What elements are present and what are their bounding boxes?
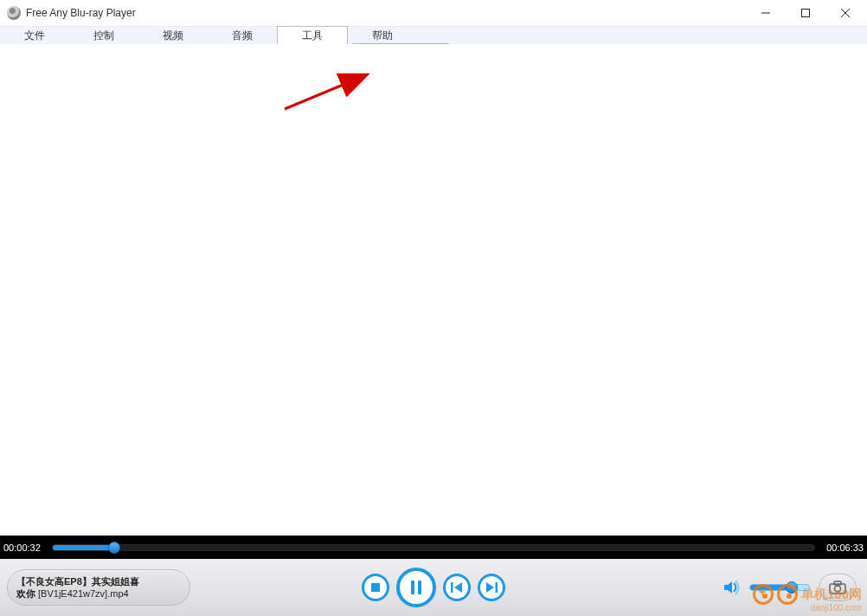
controlbar: 【不良女高EP8】其实姐姐喜 欢你 [BV1jE421w7zv].mp4 — [0, 559, 867, 616]
next-button[interactable] — [478, 574, 505, 601]
window-title: Free Any Blu-ray Player — [26, 7, 136, 19]
maximize-button[interactable] — [786, 0, 825, 26]
svg-rect-11 — [834, 581, 841, 585]
titlebar: Free Any Blu-ray Player — [0, 0, 867, 26]
previous-button[interactable] — [443, 574, 471, 601]
time-current: 00:00:32 — [3, 542, 48, 553]
menu-file[interactable]: 文件 — [0, 27, 69, 45]
svg-rect-1 — [802, 10, 810, 17]
stop-button[interactable] — [362, 574, 389, 601]
menubar: 文件 控制 视频 音频 工具 帮助 — [0, 26, 867, 44]
time-total: 00:06:33 — [819, 542, 864, 553]
minimize-button[interactable] — [746, 0, 786, 26]
volume-slider[interactable] — [749, 584, 810, 591]
svg-rect-7 — [418, 581, 421, 594]
svg-rect-8 — [451, 582, 453, 593]
video-area[interactable] — [0, 44, 867, 536]
menu-help[interactable]: 帮助 — [348, 27, 417, 45]
app-icon — [7, 6, 21, 20]
menu-control[interactable]: 控制 — [69, 27, 138, 45]
file-chip[interactable]: 【不良女高EP8】其实姐姐喜 欢你 [BV1jE421w7zv].mp4 — [7, 569, 190, 606]
seek-thumb[interactable] — [108, 542, 120, 554]
menu-video[interactable]: 视频 — [138, 27, 208, 45]
volume-icon[interactable] — [723, 580, 741, 595]
progress-row: 00:00:32 00:06:33 — [0, 536, 867, 559]
snapshot-button[interactable] — [819, 574, 857, 601]
seek-fill — [53, 545, 114, 550]
menu-tools[interactable]: 工具 — [277, 26, 348, 45]
svg-rect-5 — [371, 583, 380, 592]
volume-thumb[interactable] — [786, 581, 798, 594]
file-name: 【不良女高EP8】其实姐姐喜 欢你 [BV1jE421w7zv].mp4 — [16, 575, 139, 600]
svg-point-12 — [835, 586, 841, 592]
transport-controls — [362, 568, 505, 607]
svg-rect-6 — [411, 581, 414, 594]
camera-icon — [829, 581, 846, 594]
seek-slider[interactable] — [52, 544, 815, 551]
close-button[interactable] — [825, 0, 865, 26]
menu-audio[interactable]: 音频 — [208, 27, 277, 45]
svg-rect-9 — [496, 582, 498, 593]
pause-button[interactable] — [396, 568, 436, 607]
right-controls — [723, 574, 857, 601]
